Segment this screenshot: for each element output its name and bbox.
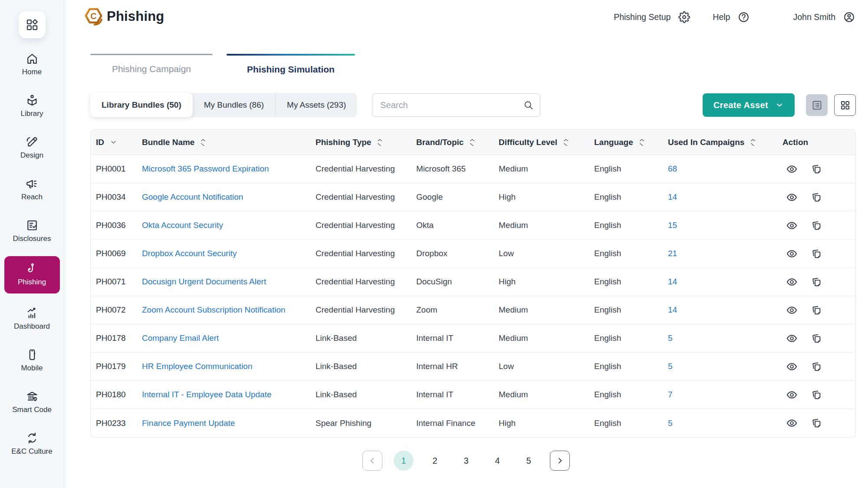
pagination-next-button[interactable] <box>550 451 570 471</box>
column-header-phishing-type[interactable]: Phishing Type <box>316 138 416 147</box>
used-in-campaigns-link[interactable]: 15 <box>668 221 783 230</box>
copy-icon[interactable] <box>811 191 822 203</box>
create-asset-label: Create Asset <box>713 100 768 110</box>
table-header-row: IDBundle NamePhishing TypeBrand/TopicDif… <box>91 130 855 155</box>
preview-eye-icon[interactable] <box>786 417 798 429</box>
column-header-id[interactable]: ID <box>96 138 142 147</box>
used-in-campaigns-link[interactable]: 5 <box>668 362 783 371</box>
bundle-name-link[interactable]: Internal IT - Employee Data Update <box>142 390 316 399</box>
bundle-filter-group: Library Bundles (50)My Bundles (86)My As… <box>90 93 357 117</box>
sidebar-item-smart-code[interactable]: Smart Code <box>4 386 60 419</box>
app-title: Phishing <box>107 9 164 24</box>
bundle-name-link[interactable]: Dropbox Account Security <box>142 249 316 258</box>
used-in-campaigns-link[interactable]: 14 <box>668 192 783 202</box>
sidebar-item-design[interactable]: Design <box>4 131 60 164</box>
grid-view-toggle[interactable] <box>834 94 856 116</box>
cell-difficulty-level: Low <box>499 362 594 371</box>
tab-phishing-campaign[interactable]: Phishing Campaign <box>90 54 213 75</box>
cell-difficulty-level: High <box>499 419 594 428</box>
copy-icon[interactable] <box>811 361 822 373</box>
copy-icon[interactable] <box>811 248 822 260</box>
list-view-toggle[interactable] <box>806 94 828 116</box>
sidebar-item-dashboard[interactable]: Dashboard <box>4 302 60 335</box>
help-question-icon[interactable] <box>738 11 750 23</box>
column-header-used-in-campaigns[interactable]: Used In Campaigns <box>668 138 783 147</box>
pagination-prev-button[interactable] <box>362 451 382 471</box>
table-row: PH0179 HR Employee Communication Link-Ba… <box>91 353 855 381</box>
preview-eye-icon[interactable] <box>786 304 798 316</box>
cell-id: PH0180 <box>96 390 142 399</box>
preview-eye-icon[interactable] <box>786 389 798 401</box>
bundle-name-link[interactable]: Google Account Notification <box>142 192 316 202</box>
preview-eye-icon[interactable] <box>786 220 798 231</box>
filter-my-assets-293[interactable]: My Assets (293) <box>275 93 357 117</box>
column-header-difficulty-level[interactable]: Difficulty Level <box>499 138 594 147</box>
filter-my-bundles-86[interactable]: My Bundles (86) <box>193 93 275 117</box>
search-input[interactable] <box>372 93 540 117</box>
sidebar-item-reach[interactable]: Reach <box>4 173 60 206</box>
copy-icon[interactable] <box>811 163 822 175</box>
cell-language: English <box>594 192 668 202</box>
cell-id: PH0071 <box>96 277 142 287</box>
gear-icon[interactable] <box>678 11 690 23</box>
used-in-campaigns-link[interactable]: 14 <box>668 305 783 315</box>
pagination-page-1[interactable]: 1 <box>394 451 414 471</box>
user-avatar-icon[interactable] <box>843 11 855 23</box>
bundle-name-link[interactable]: HR Employee Communication <box>142 362 316 371</box>
used-in-campaigns-link[interactable]: 68 <box>668 164 783 174</box>
create-asset-button[interactable]: Create Asset <box>703 93 795 117</box>
pagination-page-3[interactable]: 3 <box>456 451 476 471</box>
copy-icon[interactable] <box>811 417 822 429</box>
pagination-page-5[interactable]: 5 <box>519 451 539 471</box>
list-view-icon <box>811 99 823 111</box>
home-icon <box>26 52 39 65</box>
filter-library-bundles-50[interactable]: Library Bundles (50) <box>90 93 193 117</box>
bundle-name-link[interactable]: Okta Account Security <box>142 221 316 230</box>
bundles-table: IDBundle NamePhishing TypeBrand/TopicDif… <box>90 129 856 438</box>
tab-phishing-simulation[interactable]: Phishing Simulation <box>227 54 355 75</box>
sidebar-item-library[interactable]: Library <box>4 89 60 122</box>
used-in-campaigns-link[interactable]: 14 <box>668 277 783 287</box>
preview-eye-icon[interactable] <box>786 191 798 203</box>
sidebar-item-e-c-culture[interactable]: E&C Culture <box>4 427 60 460</box>
sidebar-item-mobile[interactable]: Mobile <box>4 344 60 377</box>
column-header-brand-topic[interactable]: Brand/Topic <box>416 138 499 147</box>
copy-icon[interactable] <box>811 389 822 401</box>
sidebar-item-home[interactable]: Home <box>4 48 60 81</box>
copy-icon[interactable] <box>811 276 822 288</box>
pagination-page-2[interactable]: 2 <box>425 451 445 471</box>
sidebar-item-phishing[interactable]: Phishing <box>4 256 60 293</box>
used-in-campaigns-link[interactable]: 21 <box>668 249 783 258</box>
apps-menu-button[interactable] <box>19 11 46 38</box>
copy-icon[interactable] <box>811 333 822 344</box>
copy-icon[interactable] <box>811 304 822 316</box>
preview-eye-icon[interactable] <box>786 333 798 344</box>
preview-eye-icon[interactable] <box>786 248 798 260</box>
copy-icon[interactable] <box>811 220 822 231</box>
sidebar-item-disclosures[interactable]: Disclosures <box>4 214 60 247</box>
chevron-right-icon <box>556 456 564 465</box>
pagination-page-4[interactable]: 4 <box>487 451 507 471</box>
bundle-name-link[interactable]: Company Email Alert <box>142 333 316 343</box>
svg-text:C: C <box>91 11 97 21</box>
used-in-campaigns-link[interactable]: 7 <box>668 390 783 399</box>
help-link[interactable]: Help <box>713 12 730 22</box>
preview-eye-icon[interactable] <box>786 276 798 288</box>
sort-arrows-icon <box>470 138 475 146</box>
user-name[interactable]: John Smith <box>793 12 835 22</box>
used-in-campaigns-link[interactable]: 5 <box>668 333 783 343</box>
phishing-setup-link[interactable]: Phishing Setup <box>614 12 671 22</box>
table-row: PH0180 Internal IT - Employee Data Updat… <box>91 381 855 409</box>
cell-id: PH0233 <box>96 419 142 428</box>
bundle-name-link[interactable]: Microsoft 365 Password Expiration <box>142 164 316 174</box>
bundle-name-link[interactable]: Docusign Urgent Documents Alert <box>142 277 316 287</box>
column-header-bundle-name[interactable]: Bundle Name <box>142 138 316 147</box>
preview-eye-icon[interactable] <box>786 163 798 175</box>
preview-eye-icon[interactable] <box>786 361 798 373</box>
page-numbers: 12345 <box>394 451 539 471</box>
bundle-name-link[interactable]: Zoom Account Subscription Notification <box>142 305 316 315</box>
design-icon <box>26 135 39 148</box>
used-in-campaigns-link[interactable]: 5 <box>668 419 783 428</box>
column-header-language[interactable]: Language <box>594 138 668 147</box>
bundle-name-link[interactable]: Finance Payment Update <box>142 419 316 428</box>
